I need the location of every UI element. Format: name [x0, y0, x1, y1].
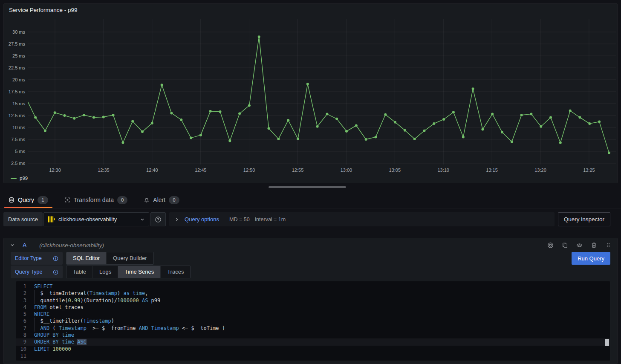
code-line-3[interactable]: 3 quantile(0.99)(Duration)/1000000 AS p9…	[16, 297, 610, 304]
code-content: $__timeInterval(Timestamp) as time,	[34, 290, 148, 297]
svg-text:13:00: 13:00	[341, 168, 352, 173]
query-type-option-logs[interactable]: Logs	[92, 266, 118, 278]
duplicate-query-icon[interactable]	[562, 242, 568, 248]
tab-query[interactable]: Query1	[4, 192, 52, 208]
line-number: 4	[18, 304, 26, 311]
database-icon	[9, 197, 14, 203]
svg-text:7.5 ms: 7.5 ms	[11, 137, 26, 142]
query-options-bar[interactable]: Query options MD = 50 Interval = 1m	[169, 212, 555, 226]
chart-legend: p99	[11, 176, 28, 181]
svg-text:25 ms: 25 ms	[12, 53, 25, 58]
svg-text:13:05: 13:05	[389, 168, 401, 173]
editor-type-option-sql-editor[interactable]: SQL Editor	[66, 252, 106, 264]
code-content: AND ( Timestamp >= $__fromTime AND Times…	[34, 325, 225, 332]
editor-type-label-chip: Editor Type	[11, 252, 63, 265]
code-content: WHERE	[34, 311, 49, 318]
line-number: 10	[18, 346, 26, 352]
chevron-down-icon	[140, 217, 145, 222]
svg-text:27.5 ms: 27.5 ms	[9, 41, 26, 46]
datasource-picker-value: clickhouse-observability	[58, 216, 136, 222]
code-line-5[interactable]: 5WHERE	[16, 311, 610, 318]
query-type-switch: TableLogsTime SeriesTraces	[66, 266, 191, 278]
code-content: $__timeFilter(Timestamp)	[34, 318, 114, 324]
code-line-6[interactable]: 6 $__timeFilter(Timestamp)	[16, 318, 610, 324]
query-type-label-chip: Query Type	[11, 266, 63, 278]
code-line-10[interactable]: 10LIMIT 100000	[16, 346, 610, 352]
svg-text:13:20: 13:20	[534, 168, 546, 173]
tab-alert[interactable]: Alert0	[139, 192, 183, 208]
drag-handle-icon[interactable]	[605, 242, 611, 248]
svg-text:12:50: 12:50	[243, 168, 255, 173]
code-content: FROM otel_traces	[34, 304, 84, 311]
code-content: SELECT	[34, 283, 52, 290]
query-ref-id[interactable]: A	[23, 242, 26, 248]
query-editor-card: A (clickhouse-observability) Editor Type…	[3, 238, 618, 364]
tab-label: Alert	[153, 196, 165, 203]
line-number: 1	[18, 283, 26, 290]
svg-text:5 ms: 5 ms	[15, 149, 25, 154]
code-line-9[interactable]: 9ORDER BY time ASC	[16, 338, 610, 345]
query-inspector-button[interactable]: Query inspector	[558, 212, 610, 226]
code-content: ORDER BY time ASC	[34, 338, 87, 345]
bell-icon	[144, 197, 150, 203]
interval-value: Interval = 1m	[255, 217, 286, 222]
tab-label: Transform data	[74, 196, 114, 203]
line-number: 2	[18, 290, 26, 297]
svg-text:13:10: 13:10	[437, 168, 449, 173]
query-options-link[interactable]: Query options	[185, 216, 219, 222]
query-row-header: A (clickhouse-observability)	[4, 238, 617, 252]
code-line-8[interactable]: 8GROUP BY time	[16, 332, 610, 338]
code-line-4[interactable]: 4FROM otel_traces	[16, 304, 610, 311]
line-number: 8	[18, 332, 26, 338]
disable-query-icon[interactable]	[547, 242, 554, 248]
code-line-7[interactable]: 7 AND ( Timestamp >= $__fromTime AND Tim…	[16, 325, 610, 332]
svg-text:30 ms: 30 ms	[12, 29, 25, 35]
panel-title[interactable]: Service Performance - p99	[9, 7, 78, 13]
hide-response-icon[interactable]	[576, 242, 583, 248]
timeseries-panel: 30 ms27.5 ms25 ms22.5 ms20 ms17.5 ms15 m…	[3, 3, 618, 183]
info-circle-icon[interactable]	[53, 256, 58, 261]
editor-type-row: Editor Type SQL EditorQuery Builder Run …	[11, 252, 610, 265]
tab-transform-data[interactable]: Transform data0	[60, 192, 132, 208]
svg-text:20 ms: 20 ms	[12, 77, 25, 82]
max-data-points-value: MD = 50	[229, 217, 250, 222]
sql-code: 1SELECT2 $__timeInterval(Timestamp) as t…	[16, 283, 610, 359]
timeseries-chart[interactable]: 30 ms27.5 ms25 ms22.5 ms20 ms17.5 ms15 m…	[4, 4, 617, 183]
legend-series-label[interactable]: p99	[20, 176, 28, 181]
editor-type-switch: SQL EditorQuery Builder	[66, 252, 154, 265]
query-type-option-traces[interactable]: Traces	[160, 266, 190, 278]
svg-text:22.5 ms: 22.5 ms	[9, 65, 26, 70]
remove-query-icon[interactable]	[591, 242, 597, 248]
horizontal-scrollbar-thumb[interactable]	[269, 186, 346, 188]
sql-code-editor[interactable]: 1SELECT2 $__timeInterval(Timestamp) as t…	[16, 281, 610, 361]
code-line-1[interactable]: 1SELECT	[16, 283, 610, 290]
code-content: LIMIT 100000	[34, 346, 71, 352]
tab-count-badge: 0	[117, 196, 127, 204]
query-type-option-table[interactable]: Table	[66, 266, 92, 278]
info-circle-icon[interactable]	[53, 269, 58, 275]
overview-ruler-mark	[605, 339, 609, 346]
line-number: 5	[18, 311, 26, 318]
editor-tabs: Query1Transform data0Alert0	[0, 192, 621, 208]
datasource-help-button[interactable]	[150, 212, 166, 226]
datasource-label: Data source	[3, 212, 43, 226]
svg-text:10 ms: 10 ms	[12, 125, 25, 130]
transform-icon	[64, 197, 70, 203]
run-query-button[interactable]: Run Query	[572, 252, 610, 265]
query-type-option-time-series[interactable]: Time Series	[118, 266, 160, 278]
tab-count-badge: 0	[169, 196, 179, 204]
code-line-2[interactable]: 2 $__timeInterval(Timestamp) as time,	[16, 290, 610, 297]
code-content: GROUP BY time	[34, 332, 74, 338]
svg-text:13:25: 13:25	[583, 168, 595, 173]
datasource-picker[interactable]: clickhouse-observability	[43, 212, 149, 226]
editor-type-option-query-builder[interactable]: Query Builder	[106, 252, 153, 264]
editor-type-label: Editor Type	[15, 255, 42, 261]
tab-count-badge: 1	[38, 196, 48, 204]
datasource-bar: Data source clickhouse-observability Que…	[3, 212, 610, 226]
code-line-11[interactable]: 11	[16, 352, 610, 359]
code-content: quantile(0.99)(Duration)/1000000 AS p99	[34, 297, 160, 304]
collapse-query-icon[interactable]	[10, 243, 15, 248]
query-type-label: Query Type	[15, 269, 42, 275]
svg-text:12:40: 12:40	[146, 168, 158, 173]
line-number: 7	[18, 325, 26, 332]
